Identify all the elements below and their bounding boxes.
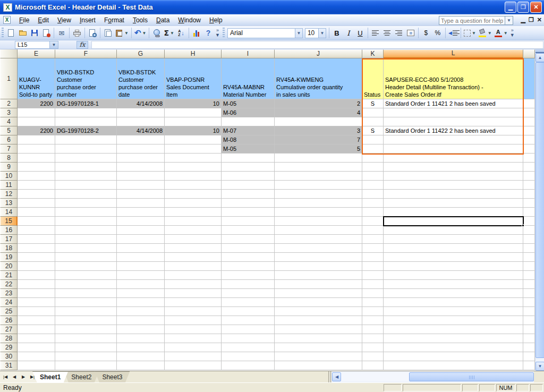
cell-M2[interactable] bbox=[523, 99, 535, 108]
cell-J17[interactable] bbox=[275, 235, 362, 244]
cell-M20[interactable] bbox=[523, 262, 535, 271]
cell-L13[interactable] bbox=[384, 199, 523, 208]
cell-K24[interactable] bbox=[362, 298, 384, 307]
row-header-1[interactable]: 1 bbox=[0, 58, 18, 99]
toolbar-options-icon[interactable]: »▼ bbox=[509, 27, 516, 39]
row-header-12[interactable]: 12 bbox=[0, 190, 18, 199]
cell-G2[interactable]: 4/14/2008 bbox=[117, 99, 165, 108]
cell-F14[interactable] bbox=[55, 208, 117, 217]
cell-F28[interactable] bbox=[55, 334, 117, 343]
formula-input[interactable] bbox=[91, 41, 543, 49]
cell-I10[interactable] bbox=[222, 172, 275, 181]
cell-K22[interactable] bbox=[362, 280, 384, 289]
cell-E19[interactable] bbox=[18, 253, 55, 262]
cell-J16[interactable] bbox=[275, 226, 362, 235]
row-header-3[interactable]: 3 bbox=[0, 108, 18, 117]
cell-G3[interactable] bbox=[117, 108, 165, 117]
row-header-16[interactable]: 16 bbox=[0, 226, 18, 235]
cell-H14[interactable] bbox=[165, 208, 222, 217]
cell-I22[interactable] bbox=[222, 280, 275, 289]
cell-F11[interactable] bbox=[55, 181, 117, 190]
cell-M17[interactable] bbox=[523, 235, 535, 244]
column-header-G[interactable]: G bbox=[117, 49, 165, 58]
cell-H16[interactable] bbox=[165, 226, 222, 235]
cell-L3[interactable] bbox=[384, 108, 523, 117]
question-dropdown-icon[interactable]: ▼ bbox=[505, 16, 513, 25]
cell-E31[interactable] bbox=[18, 361, 55, 370]
select-all-corner[interactable] bbox=[0, 49, 18, 58]
cell-J8[interactable] bbox=[275, 154, 362, 163]
cell-G18[interactable] bbox=[117, 244, 165, 253]
vertical-scroll-thumb[interactable] bbox=[536, 62, 544, 358]
tab-sheet3[interactable]: Sheet3 bbox=[95, 371, 130, 383]
cell-M1[interactable] bbox=[523, 58, 535, 99]
cell-K9[interactable] bbox=[362, 163, 384, 172]
cell-G7[interactable] bbox=[117, 144, 165, 154]
undo-button[interactable]: ↶▼ bbox=[133, 27, 148, 39]
help-button[interactable]: ? bbox=[202, 27, 214, 39]
column-header-E[interactable]: E bbox=[18, 49, 55, 58]
cell-I24[interactable] bbox=[222, 298, 275, 307]
cell-I7[interactable]: M-05 bbox=[222, 144, 275, 154]
cell-H10[interactable] bbox=[165, 172, 222, 181]
question-input[interactable] bbox=[439, 16, 505, 25]
cell-E26[interactable] bbox=[18, 316, 55, 325]
cell-H22[interactable] bbox=[165, 280, 222, 289]
workbook-minimize-icon[interactable]: ▁ bbox=[521, 16, 525, 23]
cell-H11[interactable] bbox=[165, 181, 222, 190]
cell-E3[interactable] bbox=[18, 108, 55, 117]
cell-M9[interactable] bbox=[523, 163, 535, 172]
menu-file[interactable]: File bbox=[15, 15, 33, 25]
cell-K5[interactable]: S bbox=[362, 126, 384, 135]
cell-I29[interactable] bbox=[222, 343, 275, 352]
cell-M3[interactable] bbox=[523, 108, 535, 117]
cell-F22[interactable] bbox=[55, 280, 117, 289]
row-header-2[interactable]: 2 bbox=[0, 99, 18, 108]
cell-M24[interactable] bbox=[523, 298, 535, 307]
cell-H12[interactable] bbox=[165, 190, 222, 199]
row-header-19[interactable]: 19 bbox=[0, 253, 18, 262]
cell-L8[interactable] bbox=[384, 154, 523, 163]
cell-K11[interactable] bbox=[362, 181, 384, 190]
cell-J15[interactable] bbox=[275, 217, 362, 226]
row-header-11[interactable]: 11 bbox=[0, 181, 18, 190]
cell-H26[interactable] bbox=[165, 316, 222, 325]
align-center-button[interactable] bbox=[381, 27, 393, 39]
cell-M6[interactable] bbox=[523, 135, 535, 144]
cell-E21[interactable] bbox=[18, 271, 55, 280]
cell-M28[interactable] bbox=[523, 334, 535, 343]
cell-I25[interactable] bbox=[222, 307, 275, 316]
cell-F25[interactable] bbox=[55, 307, 117, 316]
cell-J19[interactable] bbox=[275, 253, 362, 262]
cell-F30[interactable] bbox=[55, 352, 117, 361]
font-color-button[interactable]: A▼ bbox=[493, 27, 509, 39]
cell-H7[interactable] bbox=[165, 144, 222, 154]
cell-J27[interactable] bbox=[275, 325, 362, 334]
cell-F13[interactable] bbox=[55, 199, 117, 208]
cell-G4[interactable] bbox=[117, 117, 165, 126]
row-header-30[interactable]: 30 bbox=[0, 352, 18, 361]
cell-H30[interactable] bbox=[165, 352, 222, 361]
cell-E14[interactable] bbox=[18, 208, 55, 217]
row-header-6[interactable]: 6 bbox=[0, 135, 18, 144]
cell-I11[interactable] bbox=[222, 181, 275, 190]
row-header-31[interactable]: 31 bbox=[0, 361, 18, 370]
cell-M31[interactable] bbox=[523, 361, 535, 370]
cell-K4[interactable] bbox=[362, 117, 384, 126]
cell-K20[interactable] bbox=[362, 262, 384, 271]
cell-F15[interactable] bbox=[55, 217, 117, 226]
tab-next-icon[interactable]: ▶ bbox=[19, 372, 28, 382]
cell-K1[interactable]: Status bbox=[362, 58, 384, 99]
cell-H8[interactable] bbox=[165, 154, 222, 163]
cell-L23[interactable] bbox=[384, 289, 523, 298]
align-right-button[interactable] bbox=[393, 27, 405, 39]
cell-L30[interactable] bbox=[384, 352, 523, 361]
cell-G9[interactable] bbox=[117, 163, 165, 172]
tab-first-icon[interactable]: |◀ bbox=[1, 372, 10, 382]
align-left-button[interactable] bbox=[370, 27, 381, 39]
cell-K28[interactable] bbox=[362, 334, 384, 343]
merge-center-button[interactable] bbox=[405, 27, 416, 39]
cell-G29[interactable] bbox=[117, 343, 165, 352]
cell-J31[interactable] bbox=[275, 361, 362, 370]
row-header-29[interactable]: 29 bbox=[0, 343, 18, 352]
